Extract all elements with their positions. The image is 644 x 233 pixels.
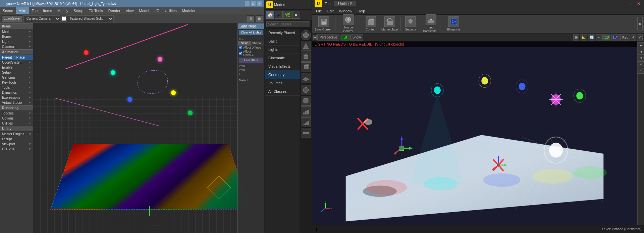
ue-menu-edit[interactable]: Edit [325, 7, 336, 14]
ue-vp-maximize-btn[interactable]: ⤢ [637, 34, 643, 41]
ue-rp-btn4[interactable]: ≡ [638, 61, 644, 67]
ue-toolbar-expand[interactable]: ▶ [637, 17, 643, 30]
ue-minimize-btn[interactable]: ─ [623, 1, 628, 6]
lw-sidebar-virtualstudio[interactable]: Virtual Studio ▼ [0, 100, 33, 105]
lw-checkerboard-toggle[interactable] [62, 16, 66, 21]
lw-menu-items[interactable]: Items [40, 7, 55, 14]
ue-icon-plane[interactable] [301, 73, 311, 83]
lw-sidebar-od2018[interactable]: OD_2018 ▼ [0, 147, 33, 152]
ue-class-volumes[interactable]: Volumes [265, 79, 300, 87]
ue-vp-lit-btn[interactable]: Lit [341, 34, 350, 41]
lw-sidebar-enable[interactable]: Enable ▼ [0, 65, 33, 70]
lw-menu-modeler[interactable]: Modeler [179, 7, 198, 14]
ue-class-all-classes[interactable]: All Classes [265, 87, 300, 96]
lw-sidebar-genoma[interactable]: Genoma ▼ [0, 75, 33, 80]
lw-light-blue[interactable] [127, 97, 132, 102]
ue-class-cinematic[interactable]: Cinematic [265, 54, 300, 62]
lw-light-yellow[interactable] [171, 90, 176, 95]
lw-light-red[interactable] [84, 50, 89, 55]
ue-mode-expand-btn[interactable]: ▶ [292, 11, 300, 19]
ue-maximize-btn[interactable]: □ [629, 1, 635, 6]
ue-class-visual-effects[interactable]: Visual Effects [265, 62, 300, 71]
ue-vp-snap-btn[interactable]: 📐 [580, 34, 587, 41]
ue-class-recently-placed[interactable]: Recently Placed [265, 29, 300, 37]
ue-icon-wedge[interactable] [301, 117, 311, 127]
ue-icon-staircase[interactable] [301, 106, 311, 116]
lw-menu-mike[interactable]: Mike [16, 7, 29, 14]
lp-clear-all-lights-btn[interactable]: Clear All Lights [239, 30, 263, 35]
lw-wire-object[interactable] [138, 70, 168, 94]
lw-close-btn[interactable]: ✕ [257, 1, 262, 6]
lp-tab-shadow[interactable]: Shado... [251, 41, 265, 46]
lw-menu-model[interactable]: Model [137, 7, 152, 14]
lw-sidebar-tools[interactable]: Tools ▼ [0, 85, 33, 90]
lw-menu-modify[interactable]: Modify [55, 7, 71, 14]
lw-menu-scene[interactable]: Scene [0, 7, 16, 14]
lw-light-pink[interactable] [158, 57, 162, 62]
lw-maximize-btn[interactable]: □ [251, 1, 256, 6]
ue-rp-btn1[interactable]: ▶ [638, 42, 644, 48]
ue-tb-import-datasmith[interactable]: Import Datasmith... [420, 14, 442, 34]
ue-class-geometry[interactable]: Geometry [265, 71, 300, 79]
lw-sidebar-mesh[interactable]: Mesh ▼ [0, 29, 33, 34]
ue-rp-btn2[interactable]: ◀ [638, 49, 644, 55]
lw-menu-view[interactable]: View [123, 7, 137, 14]
lw-sidebar-keytools[interactable]: Key Tools ▼ [0, 80, 33, 85]
ue-close-btn[interactable]: ✕ [636, 1, 641, 6]
lw-menu-setup[interactable]: Setup [71, 7, 86, 14]
ue-icon-flat[interactable] [301, 128, 311, 138]
lw-sidebar-light[interactable]: Light ▼ [0, 39, 33, 44]
lp-affect-opengl-checkbox[interactable] [239, 52, 242, 55]
lw-menu-top[interactable]: Top [29, 7, 40, 14]
ue-tb-source-control[interactable]: Source Control [337, 14, 360, 34]
ue-rp-btn3[interactable]: ⊞ [638, 55, 644, 61]
ue-icon-rounded-box[interactable] [301, 96, 311, 106]
ue-icon-cylinder[interactable] [301, 52, 311, 62]
ue-active-tab[interactable]: Untitled* [334, 1, 356, 6]
ue-icon-sphere[interactable] [301, 30, 311, 40]
lw-camera-dropdown[interactable]: Current Camera [23, 15, 60, 22]
ue-class-basic[interactable]: Basic [265, 37, 300, 46]
ue-vp-scale-btn[interactable]: ↔ [596, 34, 603, 41]
ue-vp-show-btn[interactable]: Show [350, 34, 363, 41]
ue-tb-settings[interactable]: Settings [402, 16, 419, 32]
lw-light-cyan[interactable] [111, 70, 115, 75]
lw-menu-utilities[interactable]: Utilities [162, 7, 179, 14]
lw-sidebar-bones[interactable]: Bones ▼ [0, 34, 33, 39]
lp-tab-basic[interactable]: Basic [238, 41, 251, 46]
ue-mode-foliage-btn[interactable]: 🌿 [283, 11, 291, 19]
ue-vp-left-arrow[interactable]: ◀ [313, 35, 317, 40]
lw-menu-io[interactable]: I/O [152, 7, 162, 14]
ue-rp-btn5[interactable]: ∿ [638, 68, 644, 74]
ue-menu-file[interactable]: File [313, 7, 325, 14]
lw-view-dropdown[interactable]: Textured Shaded Solid [67, 15, 114, 22]
lw-sidebar-utilities-render[interactable]: Utilities ▼ [0, 121, 33, 126]
lw-sidebar-dynamics[interactable]: Dynamics ▼ [0, 90, 33, 95]
lw-grid-btn[interactable]: ⊞ [256, 15, 263, 22]
lw-sidebar-parent-in-place[interactable]: Parent in Place [0, 55, 33, 60]
ue-toolbar-arrow-btn[interactable]: ▶ [637, 17, 643, 30]
lw-sidebar-camera[interactable]: Camera ▼ [0, 44, 33, 49]
lw-viewport[interactable]: Light Prope... Clear All Lights Li... Ba… [34, 23, 264, 233]
lw-menu-fxtools[interactable]: FX Tools [86, 7, 106, 14]
lw-sidebar-expressions[interactable]: Expressions ▼ [0, 95, 33, 100]
ue-mode-paint-btn[interactable]: 🖊 [275, 11, 283, 19]
ue-vp-rot-btn[interactable]: 🔄 [588, 34, 595, 41]
lp-lens-flare-btn[interactable]: Lens Flare [239, 58, 263, 63]
lw-minimize-btn[interactable]: ─ [245, 1, 250, 6]
lw-sidebar-setup[interactable]: Setup ▼ [0, 70, 33, 75]
lw-light-green[interactable] [188, 110, 193, 115]
lw-sidebar-viewport[interactable]: Viewport ▼ [0, 142, 33, 147]
lw-loadsave-btn[interactable]: Load/Save [1, 15, 22, 22]
lp-affect-diffuse-checkbox[interactable] [239, 46, 242, 49]
lw-sidebar-masterplugins[interactable]: Master Plugins Q [0, 132, 33, 137]
ue-class-lights[interactable]: Lights [265, 46, 300, 54]
ue-search-input[interactable] [266, 21, 310, 27]
ue-menu-window[interactable]: Window [336, 7, 355, 14]
ue-vp-perspective-btn[interactable]: Perspective [317, 34, 339, 41]
lw-gear-btn[interactable]: ⚙ [247, 15, 255, 22]
lw-sidebar-toggles[interactable]: Toggles ▼ [0, 111, 33, 116]
ue-viewport[interactable]: LIGHTING NEEDS TO BE REBUILT (9 unbuilt … [312, 42, 637, 225]
lw-sidebar-coordsystem[interactable]: CoordSystem ▼ [0, 60, 33, 65]
lw-sidebar-lscript[interactable]: Lscript [0, 137, 33, 142]
